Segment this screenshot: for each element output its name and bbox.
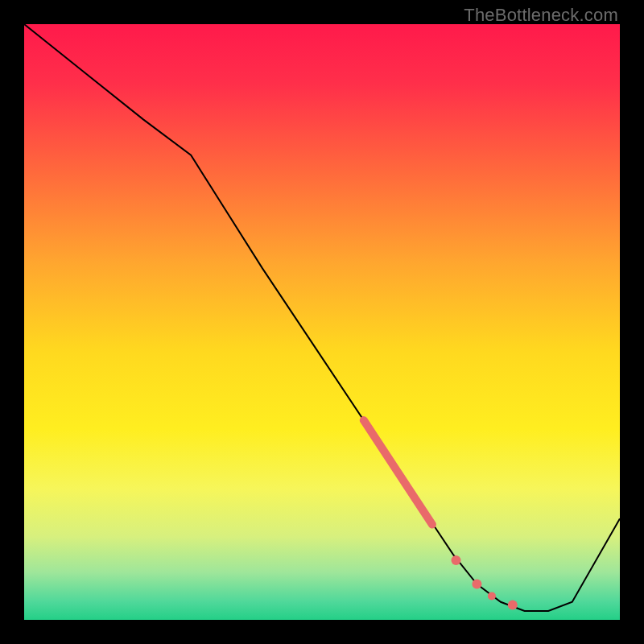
chart-svg xyxy=(24,24,620,620)
chart-frame: TheBottleneck.com xyxy=(0,0,644,644)
watermark-text: TheBottleneck.com xyxy=(464,5,618,26)
highlight-segment xyxy=(364,420,432,525)
dot-1 xyxy=(452,555,461,565)
dot-3 xyxy=(488,592,496,600)
dot-4 xyxy=(508,601,518,610)
dot-2 xyxy=(472,580,481,589)
plot-area xyxy=(24,24,620,620)
bottleneck-curve xyxy=(24,24,620,611)
